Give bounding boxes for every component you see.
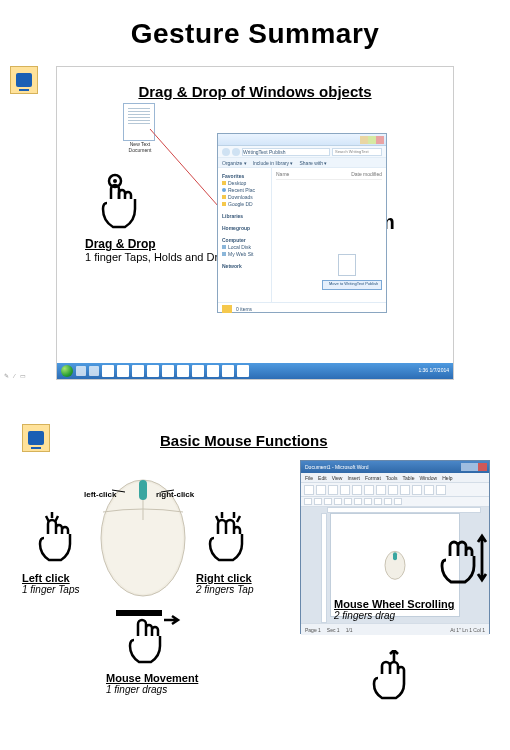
toolbar-button-icon [364, 485, 374, 495]
status-item: 1/1 [346, 627, 353, 633]
toolbar-item: Include in library ▾ [253, 160, 294, 166]
vertical-ruler [321, 513, 327, 623]
explorer-sidebar: Favorites Desktop Recent Plac Downloads … [218, 168, 272, 302]
taskbar-app-icon [102, 365, 114, 377]
taskbar-app-icon [177, 365, 189, 377]
toolbar-button-icon [424, 485, 434, 495]
item-count: 0 items [236, 306, 252, 312]
two-finger-tap-gesture-icon [204, 510, 252, 566]
drag-gesture-icon [110, 606, 182, 668]
menu-item: Tools [386, 475, 398, 481]
toolbar-row [301, 497, 489, 507]
taskbar-app-icon [222, 365, 234, 377]
folder-icon [222, 305, 232, 313]
presentation-icon [10, 66, 38, 94]
toolbar-item: Organize ▾ [222, 160, 247, 166]
explorer-toolbar: Organize ▾ Include in library ▾ Share wi… [218, 158, 386, 168]
status-item: At 1" Ln 1 Col 1 [450, 627, 485, 633]
gesture-title: Drag & Drop [85, 237, 236, 251]
gesture-title: Mouse Wheel Scrolling [334, 598, 454, 610]
gesture-description: 1 finger Taps [22, 584, 79, 595]
status-item: Page 1 [305, 627, 321, 633]
toolbar-button-icon [304, 498, 312, 505]
column-header: Date modified [351, 171, 382, 177]
single-tap-gesture-icon [32, 510, 76, 566]
status-item: Sec 1 [327, 627, 340, 633]
scroll-label: Mouse Wheel Scrolling 2 fingers drag [334, 598, 454, 621]
back-button-icon [222, 148, 230, 156]
toolbar-button-icon [340, 485, 350, 495]
toolbar-button-icon [314, 498, 322, 505]
two-finger-scroll-gesture-icon [370, 650, 416, 704]
sidebar-group: Libraries [222, 213, 267, 219]
taskbar-app-icon [207, 365, 219, 377]
explorer-main: Name Date modified Move to WritingText P… [272, 168, 386, 302]
drag-drop-label: Drag & Drop 1 finger Taps, Holds and Dra… [85, 237, 236, 263]
menu-bar: File Edit View Insert Format Tools Table… [301, 473, 489, 483]
sidebar-item: Recent Plac [222, 187, 267, 193]
right-click-label: Right click 2 fingers Tap [196, 572, 253, 595]
sidebar-group: Network [222, 263, 267, 269]
toolbar-button-icon [328, 485, 338, 495]
sidebar-item: Google DD [222, 201, 267, 207]
menu-item: Insert [347, 475, 360, 481]
toolbar-button-icon [388, 485, 398, 495]
taskbar-app-icon [117, 365, 129, 377]
window-titlebar [218, 134, 386, 146]
taskbar-app-icon [89, 366, 99, 376]
svg-rect-6 [116, 610, 162, 616]
text-file-icon: New Text Document [123, 103, 155, 141]
toolbar-button-icon [324, 498, 332, 505]
toolbar-button-icon [352, 485, 362, 495]
svg-point-2 [113, 179, 117, 183]
page-title: Gesture Summary [0, 18, 510, 50]
menu-item: Format [365, 475, 381, 481]
window-titlebar: Document1 - Microsoft Word [301, 461, 489, 473]
menu-item: Table [402, 475, 414, 481]
sidebar-item: Local Disk [222, 244, 267, 250]
forward-button-icon [232, 148, 240, 156]
drop-file-icon [338, 254, 356, 276]
page-marks: ✎ ⁄ ▭ [4, 372, 26, 379]
drag-drop-panel: Drag & Drop of Windows objects New Text … [56, 66, 454, 380]
two-finger-scroll-gesture-icon [438, 530, 488, 588]
taskbar-app-icon [192, 365, 204, 377]
toolbar-button-icon [354, 498, 362, 505]
toolbar-button-icon [436, 485, 446, 495]
left-click-annotation: left-click [84, 490, 116, 499]
explorer-window: WritingText Publish Search WritingText P… [217, 133, 387, 313]
toolbar-button-icon [394, 498, 402, 505]
toolbar-button-icon [344, 498, 352, 505]
menu-item: File [305, 475, 313, 481]
status-bar: Page 1 Sec 1 1/1 At 1" Ln 1 Col 1 [301, 623, 489, 635]
left-click-label: Left click 1 finger Taps [22, 572, 79, 595]
right-click-annotation: right-click [156, 490, 194, 499]
sidebar-group: Favorites [222, 173, 267, 179]
toolbar-button-icon [384, 498, 392, 505]
toolbar-button-icon [316, 485, 326, 495]
section-heading: Basic Mouse Functions [160, 432, 328, 449]
windows-taskbar: 1:36 1/7/2014 [57, 363, 453, 379]
sidebar-group: Homegroup [222, 225, 267, 231]
taskbar-clock: 1:36 1/7/2014 [418, 368, 449, 374]
start-orb-icon [61, 365, 73, 377]
taskbar-app-icon [147, 365, 159, 377]
sidebar-item: My Web Sit [222, 251, 267, 257]
sidebar-group: Computer [222, 237, 267, 243]
toolbar-button-icon [412, 485, 422, 495]
taskbar-app-icon [76, 366, 86, 376]
tap-hold-gesture-icon [93, 173, 141, 231]
gesture-description: 2 fingers Tap [196, 584, 253, 595]
explorer-footer: 0 items [218, 302, 386, 314]
toolbar-button-icon [400, 485, 410, 495]
toolbar-button-icon [376, 485, 386, 495]
gesture-description: 1 finger Taps, Holds and Drags [85, 251, 236, 263]
menu-item: Help [442, 475, 452, 481]
section-heading: Drag & Drop of Windows objects [57, 83, 453, 100]
gesture-title: Left click [22, 572, 79, 584]
mouse-illustration [90, 462, 196, 602]
mouse-movement-label: Mouse Movement 1 finger drags [106, 672, 198, 695]
menu-item: View [332, 475, 343, 481]
gesture-title: Mouse Movement [106, 672, 198, 684]
gesture-title: Right click [196, 572, 253, 584]
